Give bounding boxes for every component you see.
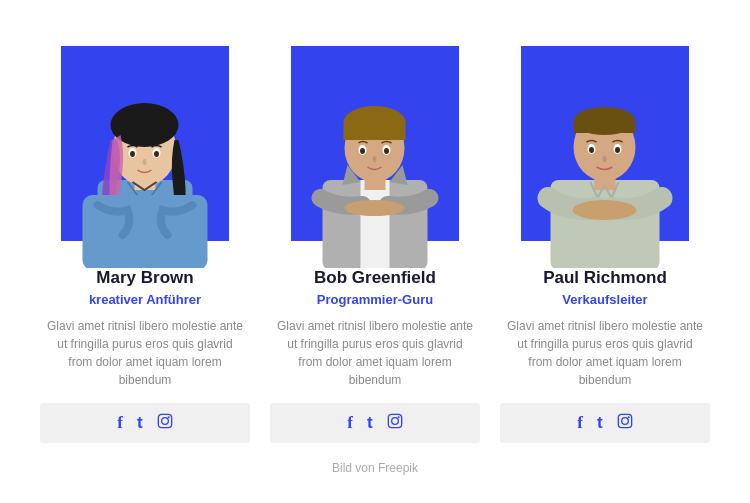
- svg-point-8: [154, 151, 159, 157]
- instagram-icon-mary[interactable]: [157, 413, 173, 433]
- svg-point-42: [627, 416, 629, 418]
- facebook-icon-bob[interactable]: f: [347, 413, 353, 433]
- twitter-icon-mary[interactable]: t: [137, 413, 143, 433]
- photo-container-paul: [505, 38, 705, 268]
- svg-rect-33: [574, 121, 636, 133]
- svg-point-23: [384, 148, 389, 154]
- team-cards: Mary Brown kreativer Anführer Glavi amet…: [30, 38, 720, 443]
- svg-point-36: [589, 147, 594, 153]
- member-name-bob: Bob Greenfield: [314, 268, 436, 288]
- team-card-bob: Bob Greenfield Programmier-Guru Glavi am…: [270, 38, 480, 443]
- member-desc-paul: Glavi amet ritnisl libero molestie ante …: [500, 317, 710, 389]
- instagram-icon-bob[interactable]: [387, 413, 403, 433]
- svg-rect-40: [618, 414, 631, 427]
- social-bar-paul: f t: [500, 403, 710, 443]
- svg-point-37: [615, 147, 620, 153]
- svg-point-24: [373, 156, 377, 162]
- photo-container-mary: [45, 38, 245, 268]
- member-name-paul: Paul Richmond: [543, 268, 667, 288]
- svg-point-38: [603, 156, 607, 162]
- svg-rect-11: [158, 414, 171, 427]
- person-image-mary: [53, 50, 238, 268]
- svg-rect-15: [361, 180, 390, 268]
- person-image-paul: [513, 50, 698, 268]
- member-role-mary: kreativer Anführer: [89, 292, 201, 307]
- svg-point-22: [360, 148, 365, 154]
- svg-rect-29: [551, 180, 660, 268]
- person-image-bob: [283, 50, 468, 268]
- social-bar-bob: f t: [270, 403, 480, 443]
- svg-point-41: [621, 418, 628, 425]
- facebook-icon-paul[interactable]: f: [577, 413, 583, 433]
- svg-point-39: [573, 200, 637, 220]
- member-role-bob: Programmier-Guru: [317, 292, 433, 307]
- member-desc-bob: Glavi amet ritnisl libero molestie ante …: [270, 317, 480, 389]
- svg-point-7: [130, 151, 135, 157]
- photo-container-bob: [275, 38, 475, 268]
- svg-point-9: [143, 159, 147, 165]
- svg-point-13: [167, 416, 169, 418]
- twitter-icon-bob[interactable]: t: [367, 413, 373, 433]
- facebook-icon-mary[interactable]: f: [117, 413, 123, 433]
- svg-rect-19: [344, 122, 406, 140]
- social-bar-mary: f t: [40, 403, 250, 443]
- svg-point-27: [391, 418, 398, 425]
- svg-point-28: [397, 416, 399, 418]
- svg-point-12: [161, 418, 168, 425]
- team-section: Mary Brown kreativer Anführer Glavi amet…: [0, 18, 750, 485]
- member-name-mary: Mary Brown: [96, 268, 193, 288]
- footer-note: Bild von Freepik: [332, 461, 418, 475]
- member-role-paul: Verkaufsleiter: [562, 292, 647, 307]
- twitter-icon-paul[interactable]: t: [597, 413, 603, 433]
- team-card-mary: Mary Brown kreativer Anführer Glavi amet…: [40, 38, 250, 443]
- instagram-icon-paul[interactable]: [617, 413, 633, 433]
- svg-point-25: [345, 200, 405, 216]
- member-desc-mary: Glavi amet ritnisl libero molestie ante …: [40, 317, 250, 389]
- team-card-paul: Paul Richmond Verkaufsleiter Glavi amet …: [500, 38, 710, 443]
- svg-rect-26: [388, 414, 401, 427]
